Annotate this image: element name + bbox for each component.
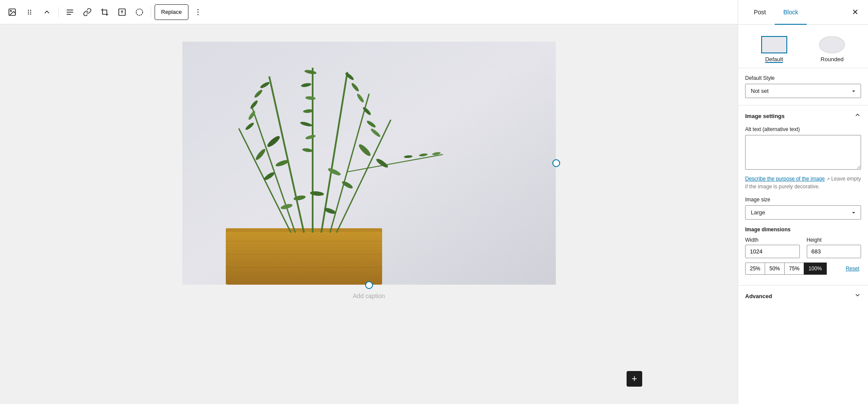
style-default-label: Default [765, 56, 783, 62]
image-block [182, 42, 556, 285]
style-rounded-label: Rounded [821, 56, 844, 62]
external-link-icon: ↗ [826, 177, 830, 181]
svg-point-2 [28, 10, 29, 11]
close-sidebar-button[interactable]: ✕ [849, 6, 861, 18]
dimensions-title: Image dimensions [745, 227, 861, 233]
image-settings-toggle[interactable]: Image settings [738, 105, 868, 126]
canvas-area: Add caption + [0, 24, 738, 404]
image-settings-body: Alt text (alternative text) Describe the… [738, 126, 868, 282]
pct-75-button[interactable]: 75% [784, 263, 804, 275]
describe-purpose-link[interactable]: Describe the purpose of the image [745, 176, 825, 182]
move-btn[interactable] [39, 4, 55, 20]
image-icon-btn[interactable] [4, 4, 20, 20]
text-overlay-icon [118, 8, 126, 16]
replace-button[interactable]: Replace [155, 4, 188, 20]
more-options-btn[interactable] [190, 4, 206, 20]
pct-100-button[interactable]: 100% [804, 263, 827, 275]
style-switcher: Default Rounded [738, 25, 868, 68]
sidebar: Post Block ✕ Default Rounded Default Sty… [738, 0, 868, 404]
resize-handle-bottom[interactable] [365, 281, 373, 289]
resize-handle-right[interactable] [552, 159, 560, 167]
advanced-title: Advanced [745, 293, 772, 299]
svg-point-17 [197, 14, 198, 15]
reset-dimensions-button[interactable]: Reset [844, 263, 861, 274]
svg-point-3 [30, 10, 31, 11]
style-default-preview [761, 36, 787, 53]
alt-text-hint: Describe the purpose of the image ↗ Leav… [745, 175, 861, 191]
plant-illustration [182, 42, 556, 285]
drag-icon [25, 8, 34, 16]
style-rounded-btn[interactable]: Rounded [803, 32, 861, 68]
toolbar-divider-1 [58, 7, 59, 17]
image-size-label: Image size [745, 197, 861, 203]
default-style-section: Default Style Not set Default Rounded [738, 68, 868, 105]
toolbar: Replace [0, 0, 738, 24]
image-dimensions-section: Image dimensions Width Height 25% 50% 75… [745, 227, 861, 275]
alt-text-label: Alt text (alternative text) [745, 126, 861, 132]
main-area: Replace [0, 0, 738, 404]
advanced-chevron-icon [854, 292, 861, 300]
height-input[interactable] [807, 245, 861, 258]
plant-image[interactable] [182, 42, 556, 285]
style-default-btn[interactable]: Default [745, 32, 803, 68]
image-icon [8, 8, 17, 16]
text-overlay-btn[interactable] [114, 4, 130, 20]
svg-point-15 [197, 9, 198, 10]
svg-rect-19 [226, 228, 382, 285]
image-size-group: Image size Thumbnail Medium Large Full S… [745, 197, 861, 220]
add-block-button[interactable]: + [627, 371, 642, 387]
pct-25-button[interactable]: 25% [745, 263, 765, 275]
crop-icon [100, 8, 109, 16]
link-icon [83, 8, 92, 16]
alt-text-input[interactable] [745, 135, 861, 170]
image-settings-title: Image settings [745, 113, 785, 119]
height-field: Height [807, 237, 861, 258]
toolbar-divider-2 [151, 7, 151, 17]
caption-placeholder[interactable]: Add caption [353, 292, 385, 299]
width-field: Width [745, 237, 800, 258]
default-style-select[interactable]: Not set Default Rounded [745, 84, 861, 98]
height-label: Height [807, 237, 861, 243]
more-options-icon [194, 8, 202, 16]
align-btn[interactable] [62, 4, 78, 20]
pct-50-button[interactable]: 50% [765, 263, 785, 275]
sidebar-header: Post Block ✕ [738, 0, 868, 25]
svg-point-14 [136, 9, 143, 15]
svg-point-6 [28, 13, 29, 14]
tab-block[interactable]: Block [775, 5, 807, 19]
svg-point-5 [30, 11, 31, 13]
tab-post[interactable]: Post [745, 5, 775, 19]
svg-point-4 [28, 11, 29, 13]
move-updown-icon [43, 8, 51, 16]
image-settings-chevron-icon [854, 112, 861, 120]
mask-btn[interactable] [132, 4, 147, 20]
svg-point-1 [10, 10, 11, 11]
align-icon [66, 8, 74, 16]
style-rounded-preview [819, 36, 845, 53]
advanced-toggle[interactable]: Advanced [738, 285, 868, 306]
link-btn[interactable] [79, 4, 95, 20]
width-input[interactable] [745, 245, 800, 258]
dimension-row: Width Height [745, 237, 861, 258]
width-label: Width [745, 237, 800, 243]
sidebar-tab-group: Post Block [745, 5, 807, 19]
svg-point-16 [197, 11, 198, 13]
default-style-label: Default Style [745, 75, 861, 81]
mask-icon [135, 8, 144, 16]
drag-handle-btn[interactable] [22, 4, 37, 20]
svg-point-7 [30, 13, 31, 14]
crop-btn[interactable] [97, 4, 112, 20]
percentage-row: 25% 50% 75% 100% Reset [745, 263, 861, 275]
image-size-select[interactable]: Thumbnail Medium Large Full Size [745, 205, 861, 220]
